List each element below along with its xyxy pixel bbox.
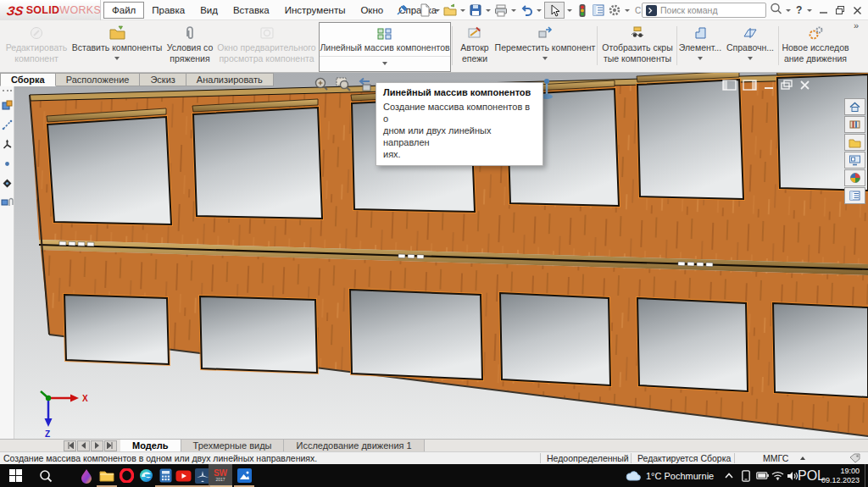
origin-point-icon[interactable]	[2, 158, 13, 169]
custom-properties-icon[interactable]	[844, 187, 865, 204]
feature-manager-strip[interactable]	[0, 86, 14, 439]
clock-widget[interactable]: 19:00 09.12.2023	[821, 464, 863, 487]
pin-menu-icon[interactable]	[395, 3, 409, 20]
previous-view-icon[interactable]	[356, 76, 372, 96]
zoom-fit-icon[interactable]	[314, 76, 330, 96]
menu-window[interactable]: Окно	[353, 3, 391, 18]
menu-tools[interactable]: Инструменты	[277, 3, 353, 18]
file-explorer-icon[interactable]	[844, 134, 865, 151]
doc-close-icon[interactable]	[799, 79, 810, 94]
select-dropdown-caret[interactable]	[567, 9, 572, 12]
sensor-icon[interactable]	[2, 177, 13, 189]
opera-icon[interactable]	[116, 466, 136, 485]
units-selector[interactable]: ММГС	[763, 453, 788, 463]
language-indicator[interactable]: POL	[802, 464, 821, 487]
menu-view[interactable]: Вид	[192, 3, 225, 18]
tab-layout[interactable]: Расположение	[56, 73, 141, 86]
taskbar-search-icon[interactable]	[36, 466, 56, 485]
sketch-line-icon[interactable]	[2, 119, 13, 130]
weather-widget[interactable]: 1°C Pochmurnie	[626, 464, 714, 487]
home-icon[interactable]	[844, 98, 865, 115]
save-icon[interactable]	[468, 3, 483, 18]
tab-sketch[interactable]: Эскиз	[140, 73, 186, 86]
panel-grip-handle[interactable]	[3, 90, 12, 91]
settings-gear-icon[interactable]	[607, 3, 622, 18]
tab-scroll-prev-button[interactable]	[77, 440, 90, 451]
photos-app-icon[interactable]	[234, 466, 254, 485]
linear-pattern-dropdown[interactable]	[320, 56, 450, 72]
doc-restore-icon[interactable]	[781, 79, 793, 94]
help-button[interactable]: ?	[794, 4, 804, 16]
print-icon[interactable]	[493, 3, 509, 18]
tab-scroll-last-button[interactable]	[104, 440, 117, 451]
tab-scroll-next-button[interactable]	[91, 440, 103, 451]
undo-icon[interactable]	[519, 3, 534, 18]
gear-dropdown-caret[interactable]	[625, 9, 630, 12]
show-desktop-button[interactable]	[865, 464, 865, 487]
open-dropdown-caret[interactable]	[460, 9, 465, 12]
save-dropdown-caret[interactable]	[486, 9, 491, 12]
linear-component-pattern-button[interactable]: Линейный массив компонентов	[319, 22, 451, 72]
reference-geometry-caret[interactable]	[748, 57, 753, 60]
mates-group-icon[interactable]	[1, 196, 14, 208]
command-search[interactable]: Поиск команд	[642, 3, 766, 18]
move-component-button[interactable]: Переместить компонент	[495, 23, 595, 70]
file-explorer-taskbar-icon[interactable]	[97, 466, 117, 485]
solidworks-taskbar-tile[interactable]: SW 2017	[209, 464, 232, 487]
design-library-icon[interactable]	[844, 116, 865, 133]
menu-file[interactable]: Файл	[103, 2, 144, 19]
restore-button[interactable]	[832, 3, 848, 18]
close-button[interactable]	[849, 3, 865, 18]
new-motion-study-button[interactable]: Новое исследование движения	[780, 23, 851, 70]
wifi-icon[interactable]	[770, 464, 785, 487]
doc-minimize-icon[interactable]	[763, 79, 775, 94]
new-document-icon[interactable]	[417, 3, 432, 18]
zoom-area-icon[interactable]	[335, 76, 351, 96]
search-dropdown-caret[interactable]	[786, 9, 791, 12]
motion-study-tab[interactable]: Исследование движения 1	[284, 440, 424, 451]
minimize-button[interactable]	[815, 3, 831, 18]
new-dropdown-caret[interactable]	[435, 9, 440, 12]
battery-icon[interactable]	[754, 464, 770, 487]
rebuild-traffic-light-icon[interactable]	[575, 3, 590, 18]
tray-chevron-icon[interactable]	[722, 464, 736, 487]
insert-components-button[interactable]: Вставить компоненты	[71, 23, 163, 70]
3d-views-tab[interactable]: Трехмерные виды	[181, 440, 285, 451]
move-component-caret[interactable]	[542, 57, 548, 60]
pane-right-icon[interactable]	[743, 79, 757, 94]
your-phone-icon[interactable]	[739, 464, 753, 487]
units-caret[interactable]	[800, 457, 805, 460]
ribbon-overflow-chevron[interactable]: »	[854, 20, 859, 30]
paint3d-icon[interactable]	[76, 466, 97, 485]
pane-left-icon[interactable]	[722, 79, 737, 94]
edge-icon[interactable]	[136, 466, 156, 485]
smart-fasteners-button[interactable]: Автокрепежи	[455, 23, 494, 70]
assembly-features-button[interactable]: Элемент...	[678, 23, 722, 70]
titlebar-right-controls: ?	[770, 2, 865, 19]
print-dropdown-caret[interactable]	[511, 9, 516, 12]
view-palette-icon[interactable]	[844, 152, 865, 169]
assembly-tree-icon[interactable]	[2, 99, 13, 111]
menu-insert[interactable]: Вставка	[225, 3, 277, 18]
tab-assembly[interactable]: Сборка	[0, 73, 56, 86]
undo-dropdown-caret[interactable]	[537, 9, 542, 12]
select-tool-button[interactable]	[544, 2, 565, 19]
search-magnifier-icon[interactable]	[770, 3, 782, 19]
tab-evaluate[interactable]: Анализировать	[186, 73, 274, 86]
assembly-features-caret[interactable]	[698, 57, 703, 60]
options-list-icon[interactable]	[591, 3, 606, 18]
appearances-icon[interactable]	[844, 169, 865, 186]
tab-scroll-first-button[interactable]	[64, 440, 76, 451]
start-button[interactable]	[5, 466, 25, 485]
help-dropdown-caret[interactable]	[807, 9, 812, 12]
youtube-icon[interactable]	[173, 466, 193, 485]
tag-icon[interactable]	[849, 453, 860, 465]
show-hidden-components-button[interactable]: Отобразить скрытые компоненты	[599, 23, 676, 70]
model-tab[interactable]: Модель	[120, 440, 181, 451]
open-document-icon[interactable]	[442, 3, 458, 18]
reference-geometry-button[interactable]: Справочн...	[725, 23, 776, 70]
mate-button[interactable]: Условия сопряжения	[164, 23, 216, 70]
menu-edit[interactable]: Правка	[144, 3, 192, 18]
axes-icon[interactable]	[2, 138, 13, 150]
insert-components-caret[interactable]	[114, 57, 120, 60]
